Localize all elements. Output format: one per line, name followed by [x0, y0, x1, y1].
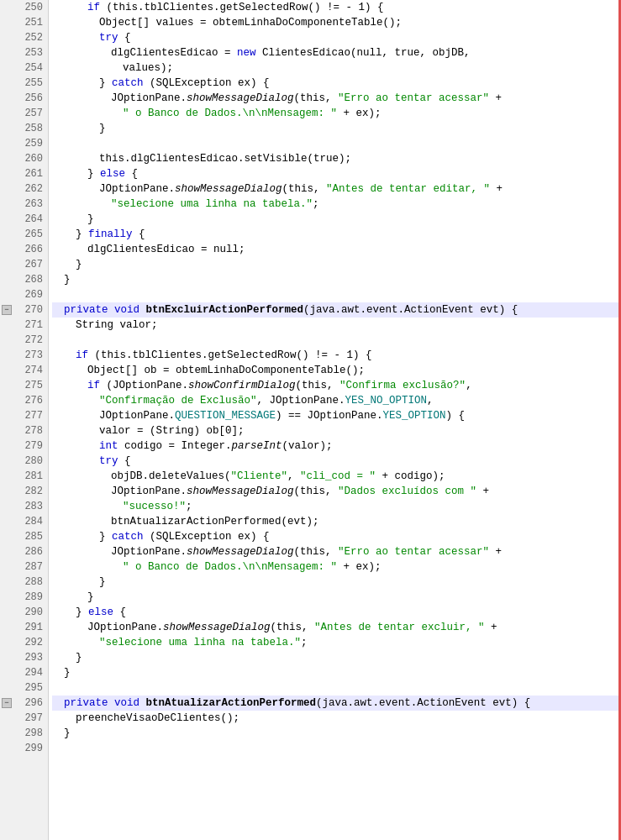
token-normal: (valor); [282, 438, 333, 454]
token-normal: objDB.deleteValues( [111, 469, 231, 484]
code-line [52, 287, 621, 302]
token-normal: Object[] values = obtemLinhaDoComponente… [99, 15, 402, 30]
code-line: " o Banco de Dados.\n\nMensagem: " + ex)… [52, 106, 621, 121]
line-number: 281 [0, 469, 48, 484]
code-line: "selecione uma linha na tabela."; [52, 197, 621, 212]
line-num-text: 292 [24, 635, 43, 650]
token-normal: } [64, 272, 71, 287]
code-line: Object[] values = obtemLinhaDoComponente… [52, 15, 621, 30]
code-line: } [52, 212, 621, 227]
token-italic-method: showMessageDialog [187, 544, 294, 559]
token-normal: } [64, 726, 71, 741]
code-content: if (this.tblClientes.getSelectedRow() !=… [49, 0, 621, 840]
code-line: String valor; [52, 318, 621, 333]
code-line: if (this.tblClientes.getSelectedRow() !=… [52, 0, 621, 15]
token-kw: if [87, 378, 100, 393]
line-num-text: 288 [24, 575, 43, 590]
line-num-text: 251 [24, 15, 43, 30]
token-method: btnAtualizarActionPerformed [146, 696, 317, 711]
token-normal: ; [186, 499, 192, 514]
fold-icon[interactable]: − [2, 305, 12, 315]
token-normal: (SQLException ex) { [144, 76, 270, 91]
line-num-text: 254 [24, 60, 43, 76]
line-num-text: 264 [24, 212, 43, 227]
token-normal: } [87, 166, 100, 181]
token-normal: JOptionPane. [99, 181, 175, 197]
line-num-text: 255 [24, 76, 43, 91]
token-cyan: YES_OPTION [383, 408, 446, 423]
token-italic-method: showMessageDialog [187, 91, 294, 106]
token-kw: private [64, 696, 108, 711]
line-number: 268 [0, 272, 48, 287]
line-number: 279 [0, 438, 48, 454]
line-number: 264 [0, 212, 48, 227]
line-number: 256 [0, 91, 48, 106]
token-normal: + [489, 91, 502, 106]
line-num-text: 293 [24, 650, 43, 665]
code-line [52, 680, 621, 696]
line-num-text: 258 [24, 121, 43, 136]
line-number: 276 [0, 393, 48, 408]
line-number: 283 [0, 499, 48, 514]
code-line: Object[] ob = obtemLinhaDoComponenteTabl… [52, 363, 621, 378]
line-num-text: 275 [24, 378, 43, 393]
token-normal: (JOptionPane. [100, 378, 188, 393]
code-line: } [52, 650, 621, 665]
token-normal [139, 696, 146, 711]
line-num-text: 253 [24, 45, 43, 60]
line-num-text: 257 [24, 106, 43, 121]
token-normal: + [489, 544, 502, 559]
token-normal: JOptionPane. [111, 484, 187, 499]
line-num-text: 274 [24, 363, 43, 378]
token-normal: , [287, 469, 300, 484]
line-number: 286 [0, 544, 48, 559]
code-line: "sucesso!"; [52, 499, 621, 514]
line-number: 288 [0, 575, 48, 590]
line-number: −270 [0, 302, 48, 318]
token-normal: + [485, 620, 497, 635]
token-normal: } [64, 665, 71, 680]
token-normal: ) { [446, 408, 466, 423]
line-number: 250 [0, 0, 48, 15]
token-normal: ClientesEdicao(null, true, objDB, [256, 45, 471, 60]
token-normal: Object[] ob = obtemLinhaDoComponenteTabl… [87, 363, 365, 378]
line-num-text: 281 [24, 469, 43, 484]
token-italic-method: showConfirmDialog [188, 378, 296, 393]
token-kw: int [99, 438, 118, 454]
code-line: } [52, 257, 621, 272]
line-number: 258 [0, 121, 48, 136]
code-line: JOptionPane.showMessageDialog(this, "Err… [52, 544, 621, 559]
token-italic-method: parseInt [232, 438, 282, 454]
line-num-text: 259 [24, 136, 43, 151]
line-num-text: 289 [24, 590, 43, 605]
line-num-text: 262 [24, 181, 43, 197]
line-num-text: 280 [24, 454, 43, 469]
token-normal: } [87, 590, 94, 605]
token-normal: { [133, 227, 145, 242]
line-num-text: 252 [24, 30, 43, 45]
token-string: "Antes de tentar excluir, " [314, 620, 485, 635]
token-kw: new [237, 45, 256, 60]
line-number: 263 [0, 197, 48, 212]
line-num-text: 260 [24, 151, 43, 166]
token-string: " o Banco de Dados.\n\nMensagem: " [123, 106, 337, 121]
line-num-text: 282 [24, 484, 43, 499]
line-num-text: 291 [24, 620, 43, 635]
token-normal: } [76, 605, 88, 620]
code-line: valor = (String) ob[0]; [52, 423, 621, 438]
token-normal: JOptionPane. [87, 620, 163, 635]
line-number: 277 [0, 408, 48, 423]
token-normal: values); [123, 60, 173, 76]
token-kw: private [64, 302, 108, 318]
token-normal: JOptionPane. [111, 544, 187, 559]
line-number: 278 [0, 423, 48, 438]
code-line: preencheVisaoDeClientes(); [52, 711, 621, 726]
token-normal: ; [313, 197, 319, 212]
token-kw: if [76, 348, 88, 363]
token-normal: (this, [271, 620, 315, 635]
code-line: if (this.tblClientes.getSelectedRow() !=… [52, 348, 621, 363]
token-normal: JOptionPane. [99, 408, 175, 423]
fold-icon[interactable]: − [2, 698, 12, 708]
line-num-text: 256 [24, 91, 43, 106]
code-line: btnAtualizarActionPerformed(evt); [52, 514, 621, 529]
